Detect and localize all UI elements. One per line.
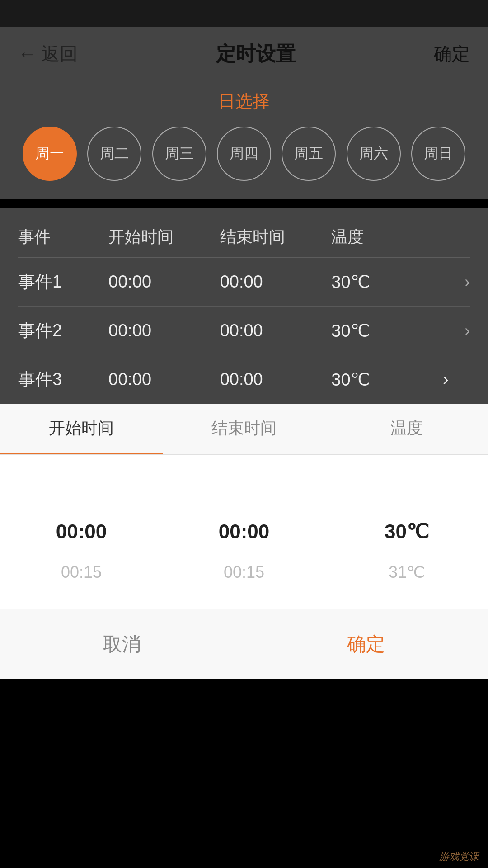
- back-arrow-icon: ←: [18, 44, 36, 64]
- event-end-2: 00:00: [220, 321, 332, 340]
- day-buttons-container: 周一 周二 周三 周四 周五 周六 周日: [18, 127, 470, 181]
- chevron-right-icon-3: ›: [443, 370, 470, 389]
- picker-item-above-temp: [325, 471, 488, 511]
- picker-item-below-temp: 31℃: [325, 552, 488, 593]
- bottom-action-buttons: 取消 确定: [0, 609, 488, 679]
- event-name-1: 事件1: [18, 270, 108, 293]
- picker-column-temp[interactable]: 30℃ 31℃: [325, 455, 488, 609]
- day-button-friday[interactable]: 周五: [282, 127, 336, 181]
- picker-body: 00:00 00:15 00:00 00:15 30℃ 31℃: [0, 455, 488, 609]
- picker-tab-end-time[interactable]: 结束时间: [163, 404, 325, 454]
- day-button-saturday[interactable]: 周六: [347, 127, 401, 181]
- back-button[interactable]: ← 返回: [18, 42, 78, 66]
- header-confirm-button[interactable]: 确定: [434, 42, 470, 66]
- event-temp-2: 30℃: [331, 321, 443, 341]
- bottom-picker-section: 开始时间 结束时间 温度 00:00 00:15 00:00 00:15 30℃…: [0, 404, 488, 679]
- event-temp-1: 30℃: [331, 272, 443, 292]
- cancel-button[interactable]: 取消: [0, 623, 244, 666]
- picker-item-below-end: 00:15: [163, 552, 325, 593]
- page-title: 定时设置: [216, 41, 296, 67]
- col-header-start: 开始时间: [108, 226, 220, 248]
- event-start-3: 00:00: [108, 370, 220, 389]
- col-header-temp: 温度: [331, 226, 443, 248]
- picker-tab-temperature[interactable]: 温度: [325, 404, 488, 454]
- picker-item-selected-temp: 30℃: [325, 511, 488, 552]
- table-row[interactable]: 事件1 00:00 00:00 30℃ ›: [18, 258, 470, 307]
- event-start-1: 00:00: [108, 272, 220, 292]
- picker-item-selected-start: 00:00: [0, 511, 163, 552]
- chevron-right-icon-1: ›: [443, 273, 470, 292]
- watermark: 游戏党课: [439, 850, 479, 863]
- picker-item-selected-end: 00:00: [163, 511, 325, 552]
- header: ← 返回 定时设置 确定: [0, 27, 488, 81]
- confirm-button[interactable]: 确定: [244, 623, 488, 666]
- chevron-right-icon-2: ›: [443, 321, 470, 340]
- col-header-end: 结束时间: [220, 226, 332, 248]
- event-name-3: 事件3: [18, 368, 108, 391]
- picker-item-above-end: [163, 471, 325, 511]
- picker-column-start[interactable]: 00:00 00:15: [0, 455, 163, 609]
- day-button-sunday[interactable]: 周日: [411, 127, 465, 181]
- table-row[interactable]: 事件2 00:00 00:00 30℃ ›: [18, 307, 470, 355]
- event-end-3: 00:00: [220, 370, 332, 389]
- col-header-event: 事件: [18, 226, 108, 248]
- back-label: 返回: [42, 42, 78, 66]
- day-button-monday[interactable]: 周一: [23, 127, 77, 181]
- day-button-tuesday[interactable]: 周二: [87, 127, 141, 181]
- status-bar: [0, 0, 488, 27]
- day-selection-title: 日选择: [18, 90, 470, 113]
- events-section: 事件 开始时间 结束时间 温度 事件1 00:00 00:00 30℃ › 事件…: [0, 208, 488, 404]
- event-name-2: 事件2: [18, 319, 108, 342]
- picker-item-above-start: [0, 471, 163, 511]
- picker-tabs: 开始时间 结束时间 温度: [0, 404, 488, 455]
- picker-item-below-start: 00:15: [0, 552, 163, 593]
- event-end-1: 00:00: [220, 272, 332, 292]
- picker-tab-start-time[interactable]: 开始时间: [0, 404, 163, 454]
- picker-column-end[interactable]: 00:00 00:15: [163, 455, 325, 609]
- day-button-wednesday[interactable]: 周三: [152, 127, 206, 181]
- day-selection-section: 日选择 周一 周二 周三 周四 周五 周六 周日: [0, 81, 488, 199]
- table-row[interactable]: 事件3 00:00 00:00 30℃ ›: [18, 355, 470, 404]
- events-table-header: 事件 开始时间 结束时间 温度: [18, 217, 470, 258]
- event-start-2: 00:00: [108, 321, 220, 340]
- day-button-thursday[interactable]: 周四: [217, 127, 271, 181]
- col-header-action: [443, 226, 470, 248]
- event-temp-3: 30℃: [331, 370, 443, 390]
